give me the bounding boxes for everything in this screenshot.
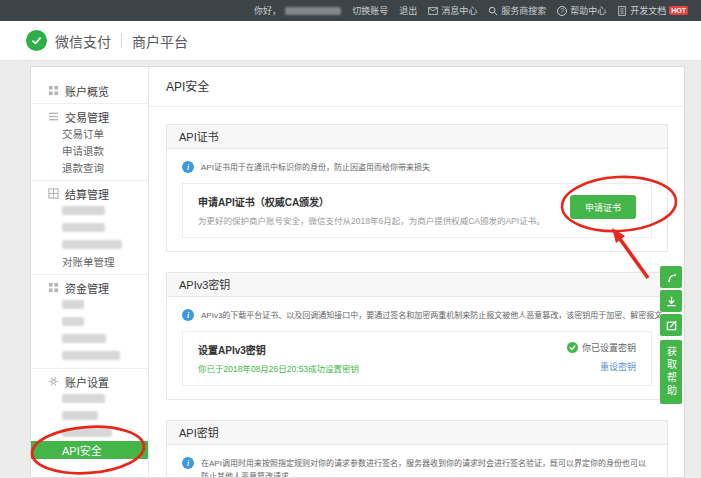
redacted-label bbox=[62, 394, 105, 403]
dev-docs-label: 开发文档 bbox=[630, 4, 666, 17]
sidebar-item-apply-refund[interactable]: 申请退款 bbox=[31, 142, 148, 159]
redacted-label bbox=[62, 351, 120, 360]
help-center-label: 帮助中心 bbox=[570, 4, 606, 17]
sidebar-section-funds[interactable]: 资金管理 bbox=[31, 279, 148, 296]
grid-icon bbox=[48, 85, 59, 96]
sidebar-label: 交易管理 bbox=[65, 109, 109, 125]
sidebar-divider bbox=[31, 103, 148, 104]
info-icon: i bbox=[182, 161, 194, 173]
content-panel: 账户概览 交易管理 交易订单 申请退款 退款查询 结算管理 对账单管理 资金管理 bbox=[30, 66, 685, 478]
download-button[interactable] bbox=[660, 290, 682, 312]
phone-icon bbox=[665, 271, 678, 284]
apiv3-key-card-title: APIv3密钥 bbox=[167, 273, 667, 297]
sidebar-label: 账户设置 bbox=[65, 374, 109, 390]
sidebar-label: API安全 bbox=[62, 442, 102, 458]
grid-icon bbox=[48, 282, 59, 293]
platform-name: 商户平台 bbox=[132, 31, 188, 51]
brand-name: 微信支付 bbox=[55, 31, 111, 51]
apiv3-key-info-row: i APIv3的下载平台证书、以及回调通知接口中，要通过签名和加密两重机制来防止… bbox=[182, 309, 652, 322]
sidebar-item-redacted[interactable] bbox=[31, 219, 148, 236]
apiv3-key-status: 你已设置密钥 重设密钥 bbox=[567, 341, 636, 373]
hot-badge: HOT bbox=[669, 6, 688, 15]
provider-search-link[interactable]: 服务商搜索 bbox=[488, 4, 546, 17]
redacted-label bbox=[62, 206, 105, 215]
sidebar-label: 对账单管理 bbox=[62, 254, 115, 269]
sidebar-item-refund-query[interactable]: 退款查询 bbox=[31, 159, 148, 176]
api-cert-card: API证书 i API证书用于在通讯中标识你的身份，防止因盗用而给你带来损失 申… bbox=[166, 124, 668, 252]
gear-icon bbox=[48, 376, 59, 387]
table-icon bbox=[48, 188, 59, 199]
greeting-group: 你好， bbox=[254, 4, 341, 17]
sidebar-label: 退款查询 bbox=[62, 160, 104, 175]
main-body: API证书 i API证书用于在通讯中标识你的身份，防止因盗用而给你带来损失 申… bbox=[149, 107, 684, 478]
api-key-info-text: 在API调用时用来按照指定规则对你的请求参数进行签名，服务器收到你的请求时会进行… bbox=[201, 457, 652, 478]
help-center-link[interactable]: ? 帮助中心 bbox=[557, 4, 606, 17]
sidebar-item-api-security-active[interactable]: API安全 bbox=[31, 441, 148, 459]
sidebar-divider bbox=[31, 274, 148, 275]
sidebar-label: 资金管理 bbox=[65, 280, 109, 296]
redacted-label bbox=[62, 411, 98, 420]
sidebar-section-account-settings[interactable]: 账户设置 bbox=[31, 373, 148, 390]
logout-link[interactable]: 退出 bbox=[399, 4, 417, 17]
redacted-label bbox=[62, 240, 122, 249]
redacted-label bbox=[62, 428, 112, 437]
api-cert-card-title: API证书 bbox=[167, 125, 667, 149]
contact-service-button[interactable] bbox=[660, 266, 682, 288]
topbar: 你好， 切换账号 退出 消息中心 服务商搜索 ? 帮助中心 开发文档 HOT bbox=[0, 0, 701, 21]
redacted-label bbox=[62, 223, 105, 232]
sidebar-section-settlement[interactable]: 结算管理 bbox=[31, 185, 148, 202]
sidebar-item-account-overview[interactable]: 账户概览 bbox=[31, 82, 148, 99]
reset-key-link[interactable]: 重设密钥 bbox=[600, 360, 636, 373]
apply-cert-box: 申请API证书（权威CA颁发） 为更好的保护商户账号安全，微信支付从2018年6… bbox=[182, 183, 652, 238]
apiv3-key-status-line: 你已设置密钥 bbox=[567, 341, 636, 354]
sidebar-label: 交易订单 bbox=[62, 126, 104, 141]
sidebar-label: 账户概览 bbox=[65, 83, 109, 99]
set-apiv3-key-box: 设置APIv3密钥 你已于2018年08月26日20:53成功设置密钥 你已设置… bbox=[182, 331, 652, 386]
feedback-button[interactable] bbox=[660, 314, 682, 336]
header-divider bbox=[121, 33, 122, 48]
sidebar-item-redacted[interactable] bbox=[31, 236, 148, 253]
message-center-link[interactable]: 消息中心 bbox=[428, 4, 477, 17]
sidebar-section-trade[interactable]: 交易管理 bbox=[31, 108, 148, 125]
api-key-info-row: i 在API调用时用来按照指定规则对你的请求参数进行签名，服务器收到你的请求时会… bbox=[182, 457, 652, 478]
sidebar-item-redacted[interactable] bbox=[31, 424, 148, 441]
list-icon bbox=[48, 111, 59, 122]
search-icon bbox=[488, 6, 498, 16]
apply-cert-button[interactable]: 申请证书 bbox=[570, 195, 636, 219]
sidebar-item-statement-management[interactable]: 对账单管理 bbox=[31, 253, 148, 270]
sidebar: 账户概览 交易管理 交易订单 申请退款 退款查询 结算管理 对账单管理 资金管理 bbox=[31, 67, 149, 477]
sidebar-divider bbox=[31, 180, 148, 181]
provider-search-label: 服务商搜索 bbox=[501, 4, 546, 17]
sidebar-item-redacted[interactable] bbox=[31, 347, 148, 364]
api-key-card-body: i 在API调用时用来按照指定规则对你的请求参数进行签名，服务器收到你的请求时会… bbox=[167, 445, 667, 478]
greeting-text: 你好， bbox=[254, 4, 281, 17]
apiv3-key-info-text: APIv3的下载平台证书、以及回调通知接口中，要通过签名和加密两重机制来防止报文… bbox=[201, 309, 662, 322]
switch-account-link[interactable]: 切换账号 bbox=[352, 4, 388, 17]
envelope-icon bbox=[428, 6, 438, 16]
dev-docs-link[interactable]: 开发文档 HOT bbox=[617, 4, 688, 17]
document-icon bbox=[617, 6, 627, 16]
sidebar-item-redacted[interactable] bbox=[31, 330, 148, 347]
sidebar-label: 申请退款 bbox=[62, 143, 104, 158]
get-help-tab[interactable]: 获取帮助 bbox=[660, 340, 682, 404]
page-title: API安全 bbox=[149, 67, 684, 107]
message-center-label: 消息中心 bbox=[441, 4, 477, 17]
sidebar-item-trade-orders[interactable]: 交易订单 bbox=[31, 125, 148, 142]
sidebar-item-redacted[interactable] bbox=[31, 390, 148, 407]
api-key-card-title: API密钥 bbox=[167, 421, 667, 445]
sidebar-item-redacted[interactable] bbox=[31, 407, 148, 424]
check-icon bbox=[567, 342, 578, 353]
redacted-label bbox=[62, 317, 84, 326]
sidebar-item-redacted[interactable] bbox=[31, 202, 148, 219]
api-cert-card-body: i API证书用于在通讯中标识你的身份，防止因盗用而给你带来损失 申请API证书… bbox=[167, 149, 667, 251]
sidebar-item-redacted[interactable] bbox=[31, 313, 148, 330]
sidebar-item-redacted[interactable] bbox=[31, 296, 148, 313]
info-icon: i bbox=[182, 457, 194, 469]
redacted-account-id bbox=[285, 7, 341, 15]
wechat-pay-logo-icon bbox=[26, 30, 47, 51]
download-icon bbox=[665, 295, 678, 308]
redacted-label bbox=[62, 300, 84, 309]
edit-icon bbox=[665, 319, 678, 332]
apiv3-key-card-body: i APIv3的下载平台证书、以及回调通知接口中，要通过签名和加密两重机制来防止… bbox=[167, 297, 667, 399]
api-key-card: API密钥 i 在API调用时用来按照指定规则对你的请求参数进行签名，服务器收到… bbox=[166, 420, 668, 478]
